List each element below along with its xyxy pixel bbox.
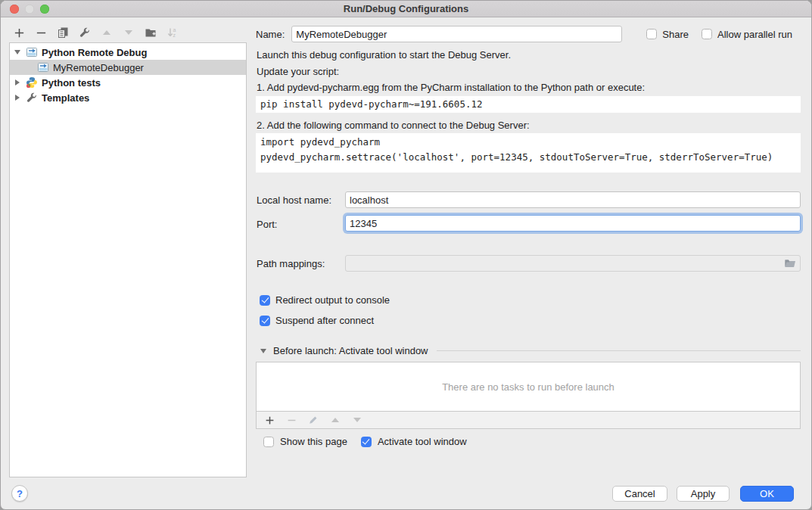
settrace-code-block[interactable]: import pydevd_pycharm pydevd_pycharm.set… <box>256 133 801 173</box>
tree-item-label: MyRemoteDebugger <box>53 62 144 73</box>
tree-item-myremotedebugger[interactable]: MyRemoteDebugger <box>10 60 246 75</box>
edit-pencil-icon <box>307 414 319 426</box>
remove-icon <box>285 414 297 426</box>
suspend-after-connect-label: Suspend after connect <box>275 315 374 326</box>
add-icon[interactable] <box>13 26 25 39</box>
chevron-down-icon[interactable] <box>259 349 268 353</box>
wrench-icon <box>26 92 38 104</box>
remote-debug-icon <box>37 61 49 73</box>
empty-tasks-text: There are no tasks to run before launch <box>442 381 614 393</box>
share-label: Share <box>662 29 689 40</box>
tree-item-python-tests[interactable]: Python tests <box>10 75 246 90</box>
port-input[interactable] <box>345 215 801 232</box>
titlebar[interactable]: Run/Debug Configurations <box>1 1 811 17</box>
move-down-icon <box>123 26 135 39</box>
ok-button[interactable]: OK <box>740 486 794 502</box>
run-debug-configurations-dialog: Run/Debug Configurations az <box>0 0 812 510</box>
configurations-toolbar: az <box>13 23 179 42</box>
tree-item-label: Templates <box>42 92 89 104</box>
before-launch-title: Before launch: Activate tool window <box>273 345 428 356</box>
redirect-output-row: Redirect output to console <box>260 294 390 306</box>
allow-parallel-run-checkbox[interactable] <box>702 29 712 39</box>
remote-debug-icon <box>26 46 38 58</box>
code-line-import: import pydevd_pycharm <box>260 135 801 150</box>
step-2-text: 2. Add the following command to connect … <box>257 120 530 132</box>
traffic-lights <box>10 5 49 14</box>
before-launch-toolbar <box>256 412 801 429</box>
move-up-icon <box>101 26 113 39</box>
activate-tool-window-label: Activate tool window <box>378 436 467 447</box>
separator <box>437 350 801 351</box>
tree-item-python-remote-debug[interactable]: Python Remote Debug <box>10 45 246 60</box>
redirect-output-checkbox[interactable] <box>260 295 270 306</box>
svg-text:a: a <box>173 27 176 33</box>
zoom-window-icon[interactable] <box>40 5 49 14</box>
show-this-page-label: Show this page <box>280 436 347 447</box>
page-options-row: Show this page Activate tool window <box>263 436 467 447</box>
suspend-after-connect-checkbox[interactable] <box>260 316 270 326</box>
python-tests-icon <box>26 76 38 89</box>
minimize-window-icon <box>25 5 34 14</box>
chevron-right-icon[interactable] <box>13 95 22 101</box>
svg-text:z: z <box>173 33 176 38</box>
path-mappings-label: Path mappings: <box>257 258 325 269</box>
move-down-icon <box>351 414 363 426</box>
browse-folder-icon[interactable] <box>784 257 796 272</box>
pip-install-code-block[interactable]: pip install pydevd-pycharm~=191.6605.12 <box>256 96 801 113</box>
activate-tool-window-checkbox[interactable] <box>361 437 372 447</box>
allow-parallel-checkbox-row: Allow parallel run <box>702 29 792 40</box>
sort-alphabetically-icon: az <box>166 26 179 39</box>
local-host-name-input[interactable] <box>345 191 801 208</box>
tree-item-label: Python Remote Debug <box>42 47 147 58</box>
close-window-icon[interactable] <box>10 5 19 14</box>
cancel-button[interactable]: Cancel <box>612 486 667 502</box>
chevron-right-icon[interactable] <box>13 79 22 86</box>
path-mappings-input[interactable] <box>345 255 801 272</box>
name-label: Name: <box>256 29 285 40</box>
allow-parallel-run-label: Allow parallel run <box>717 29 792 40</box>
before-launch-header[interactable]: Before launch: Activate tool window <box>259 345 801 356</box>
description-line-2: Update your script: <box>257 66 339 78</box>
local-host-name-label: Local host name: <box>257 194 331 206</box>
name-row: Name: Share Allow parallel run <box>256 25 801 43</box>
share-checkbox[interactable] <box>646 29 657 39</box>
port-label: Port: <box>257 219 277 230</box>
new-folder-icon[interactable] <box>145 26 157 39</box>
share-checkbox-row: Share <box>646 29 689 40</box>
window-title: Run/Debug Configurations <box>1 1 811 17</box>
move-up-icon <box>329 414 341 426</box>
chevron-down-icon[interactable] <box>13 50 22 54</box>
edit-wrench-icon[interactable] <box>79 26 91 39</box>
configurations-tree: Python Remote Debug MyRemoteDebugger Pyt… <box>9 42 247 477</box>
apply-button[interactable]: Apply <box>677 486 730 502</box>
redirect-output-label: Redirect output to console <box>275 294 390 306</box>
help-button[interactable]: ? <box>11 485 28 502</box>
step-1-text: 1. Add pydevd-pycharm.egg from the PyCha… <box>257 82 645 94</box>
copy-icon[interactable] <box>57 26 69 39</box>
add-icon[interactable] <box>263 414 275 426</box>
tree-item-templates[interactable]: Templates <box>10 90 246 105</box>
show-this-page-checkbox[interactable] <box>263 437 274 447</box>
suspend-after-connect-row: Suspend after connect <box>260 315 374 326</box>
before-launch-task-list[interactable]: There are no tasks to run before launch <box>256 362 801 412</box>
path-mappings-field <box>345 255 801 272</box>
remove-icon[interactable] <box>35 26 47 39</box>
code-line-settrace: pydevd_pycharm.settrace('localhost', por… <box>260 150 801 165</box>
tree-item-label: Python tests <box>42 77 101 89</box>
description-line-1: Launch this debug configuration to start… <box>257 49 511 61</box>
name-input[interactable] <box>291 26 622 42</box>
